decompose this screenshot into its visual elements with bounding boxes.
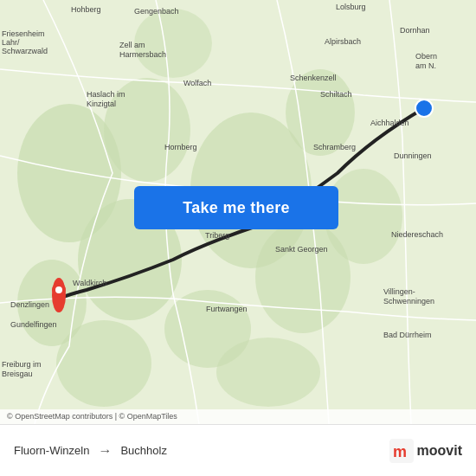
moovit-icon: m [389,439,414,463]
svg-text:Hohberg: Hohberg [71,5,101,14]
map-container: Hohberg Gengenbach Lolsburg Friesenheim … [0,0,476,424]
svg-point-50 [55,286,62,293]
svg-text:Alpirsbach: Alpirsbach [325,37,361,46]
route-info: Fluorn-Winzeln → Buchholz [14,443,389,459]
arrow-icon: → [98,443,112,459]
svg-text:Gengenbach: Gengenbach [134,7,179,16]
svg-text:Haslach im: Haslach im [87,90,125,99]
svg-text:Aichhalden: Aichhalden [370,119,409,127]
svg-text:Gundelfingen: Gundelfingen [10,320,57,329]
svg-text:Friesenheim: Friesenheim [2,29,45,38]
svg-point-10 [216,338,320,407]
svg-text:Dunningen: Dunningen [394,151,432,160]
svg-text:Villingen-: Villingen- [383,287,415,296]
take-me-there-button[interactable]: Take me there [134,186,338,229]
svg-text:Waldkirch: Waldkirch [73,279,106,287]
svg-text:Breisgau: Breisgau [2,370,33,378]
moovit-logo: m moovit [389,439,462,463]
svg-point-11 [134,9,212,78]
svg-text:Schramberg: Schramberg [313,143,356,151]
svg-text:Harmersbach: Harmersbach [119,50,166,59]
svg-text:Schiltach: Schiltach [320,90,352,99]
svg-text:Triberg: Triberg [205,231,229,240]
svg-text:Schwenningen: Schwenningen [383,297,434,306]
svg-text:Bad Dürrheim: Bad Dürrheim [383,331,432,339]
from-location-label: Fluorn-Winzeln [14,444,89,457]
moovit-brand-text: moovit [417,443,462,459]
svg-text:© OpenStreetMap contributors |: © OpenStreetMap contributors | © OpenMap… [7,412,177,421]
svg-text:Niedereschach: Niedereschach [391,230,443,239]
svg-text:Wolfach: Wolfach [183,79,211,87]
svg-text:Schenkenzell: Schenkenzell [290,74,337,82]
svg-text:Hornberg: Hornberg [164,143,197,151]
svg-text:am N.: am N. [415,61,436,70]
svg-text:Lolsburg: Lolsburg [336,3,366,11]
svg-text:Dornhan: Dornhan [400,26,430,35]
svg-text:Obern: Obern [415,52,437,61]
svg-text:Kinzigtal: Kinzigtal [87,100,116,108]
svg-text:Zell am: Zell am [119,41,145,49]
svg-point-47 [415,100,433,117]
svg-text:Schwarzwald: Schwarzwald [2,47,48,55]
bottom-bar: Fluorn-Winzeln → Buchholz m moovit [0,424,476,476]
svg-text:Freiburg im: Freiburg im [2,360,42,369]
to-location-label: Buchholz [120,444,166,457]
svg-text:Sankt Georgen: Sankt Georgen [275,245,328,254]
svg-text:Lahr/: Lahr/ [2,38,20,47]
svg-text:m: m [393,443,407,460]
svg-text:Denzlingen: Denzlingen [10,300,49,309]
svg-text:Furtwangen: Furtwangen [206,305,248,313]
